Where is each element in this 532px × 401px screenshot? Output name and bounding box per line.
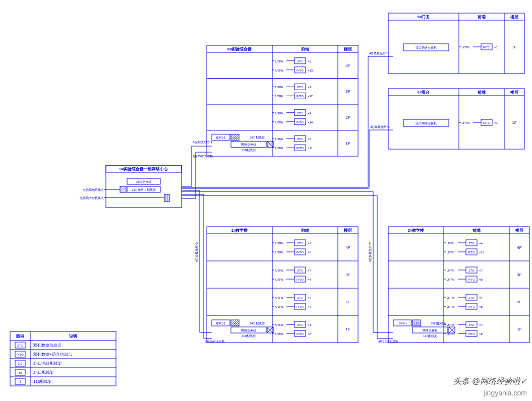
port-qty: ×8 <box>308 138 312 141</box>
cable-type: UTP6 <box>447 269 455 272</box>
port-symbol: P/TO <box>468 332 475 336</box>
sub-110: 110配线架 <box>242 335 256 338</box>
col-front: 前端 <box>301 228 309 233</box>
building-panel-b4-stage: 4#看台前端楼层1FUTP6P/TO×1汉口网络交换机 <box>388 89 524 149</box>
col-floor: 楼层 <box>515 228 523 233</box>
idf-block: IDF1-1LIU24口配线架网络交换机110配线架 <box>212 320 273 338</box>
switch-label: 网络交换机 <box>241 143 256 146</box>
idf-block: IDF2-1LIU24口配线架网络交换机110配线架 <box>393 320 455 338</box>
floor-label: 1F <box>517 327 521 331</box>
cable-type: UTP6 <box>275 69 283 72</box>
legend-desc: 24口光纤配线架 <box>33 361 62 366</box>
port-qty: ×10 <box>479 251 485 254</box>
sub-110: 110配线架 <box>423 335 437 338</box>
port-symbol: 2TO <box>297 296 303 299</box>
floor-label: 3F <box>345 273 350 277</box>
floor-label: 1F <box>345 141 350 146</box>
network-diagram: 3#实验综合楼一层网络中心 核心交换机 24口光纤主配线架 电信局光纤接入 电信… <box>0 0 532 401</box>
port-symbol: 2TO <box>468 242 475 245</box>
cable-type: UTP6 <box>462 121 470 124</box>
col-floor: 楼层 <box>343 47 352 51</box>
cable-label: 3类25对大对数 <box>205 340 225 343</box>
port-qty: ×1 <box>494 46 498 49</box>
legend-header-symbol: 图例 <box>16 334 24 339</box>
port-symbol: 2TO <box>468 269 475 272</box>
watermark-top: 头条 @网络经验啦✓ <box>453 376 527 387</box>
panel-24: 24口配线架 <box>250 322 265 325</box>
legend-symbol: 2TO <box>17 344 23 347</box>
cable-type: UTP6 <box>275 296 283 299</box>
port-qty: ×1 <box>308 323 312 326</box>
port-symbol: 2TO <box>297 242 303 245</box>
cable-label: 6芯多模光纤*2 <box>195 242 198 262</box>
cable-type: UTP6 <box>275 112 283 115</box>
port-symbol: P/TO <box>297 69 304 72</box>
floor-label: 1F <box>512 45 516 49</box>
panel-title: 2#教学楼 <box>408 228 425 233</box>
cable-label: 6芯多模光纤*1 <box>193 141 213 144</box>
panel-title: 3#实验综合楼 <box>227 46 253 51</box>
port-symbol: P/TO <box>297 95 304 98</box>
legend-desc: 110配线架 <box>33 379 52 384</box>
svg-rect-4 <box>164 194 169 202</box>
port-qty: ×7 <box>308 269 312 272</box>
svg-text:LIU: LIU <box>232 322 237 325</box>
port-qty: ×6 <box>308 60 312 63</box>
port-qty: ×7 <box>479 323 483 326</box>
floor-label: 3F <box>517 273 521 277</box>
switch-label: 汉口网络交换机 <box>416 46 437 49</box>
floor-label: 2F <box>345 115 350 120</box>
port-qty: ×4 <box>308 278 312 281</box>
cable-type: UTP6 <box>275 332 283 336</box>
switch-label: 网络交换机 <box>241 328 256 332</box>
port-qty: ×1 <box>494 121 498 124</box>
port-qty: ×3 <box>308 112 312 115</box>
port-symbol: P/TO <box>483 121 490 124</box>
port-qty: ×8 <box>479 305 483 308</box>
legend-table: 图例 说明 2TO双孔数据信息点P/TO双孔数据+语音信息点LIU24口光纤配线… <box>10 331 116 386</box>
legend-header-desc: 说明 <box>69 334 77 339</box>
svg-text:LIU: LIU <box>232 136 237 139</box>
legend-symbol: P/TO <box>17 353 24 356</box>
port-qty: ×4 <box>479 296 483 299</box>
svg-text:LIU: LIU <box>414 322 419 325</box>
floor-label: 4F <box>345 245 350 250</box>
cable-type: UTP6 <box>447 296 455 299</box>
svg-rect-111 <box>388 227 529 343</box>
port-qty: ×7 <box>308 296 312 299</box>
building-panel-b3-lab: 3#实验综合楼前端楼层4FUTP62TO×6UTP6P/TO×133FUTP62… <box>207 45 358 156</box>
col-front: 前端 <box>477 15 486 19</box>
fiber-in-label: 电信局光纤接入 <box>83 188 104 191</box>
cable-type: UTP6 <box>275 147 283 150</box>
cable-type: UTP6 <box>275 138 283 141</box>
building-panel-b5-gate: 5#门卫前端楼层1FUTP6P/TO×1汉口网络交换机 <box>388 13 524 74</box>
building-panel-b1-teach: 1#教学楼前端楼层4FUTP62TO×7UTP6P/TO×63FUTP62TO×… <box>207 227 358 343</box>
cable-type: UTP6 <box>275 269 283 272</box>
legend-symbol: LIU <box>18 362 22 365</box>
floor-label: 2F <box>517 300 521 304</box>
idf-name: IDF3-1 <box>216 136 226 139</box>
port-symbol: P/TO <box>468 251 475 254</box>
port-symbol: 2TO <box>468 296 475 299</box>
port-symbol: 2TO <box>297 323 303 326</box>
cable-type: UTP6 <box>447 278 455 281</box>
col-front: 前端 <box>477 90 486 95</box>
cable-label: 3类25对大对数 <box>193 155 213 158</box>
port-symbol: P/TO <box>297 332 304 336</box>
port-symbol: P/TO <box>297 251 304 254</box>
port-symbol: P/TO <box>483 46 490 49</box>
col-front: 前端 <box>301 47 309 51</box>
cable-type: UTP6 <box>447 242 455 245</box>
idf-block: IDF3-1LIU24口配线架网络交换机110配线架 <box>212 134 273 152</box>
port-qty: ×8 <box>308 332 312 336</box>
col-floor: 楼层 <box>510 90 518 95</box>
sub-110: 110配线架 <box>242 149 256 152</box>
cable-type: UTP6 <box>275 305 283 308</box>
cable-type: UTP6 <box>275 278 283 281</box>
floor-label: 4F <box>345 63 350 68</box>
cable-type: UTP6 <box>275 60 283 63</box>
cable-type: UTP6 <box>462 46 470 49</box>
port-qty: ×4 <box>308 305 312 308</box>
port-symbol: P/TO <box>297 278 304 281</box>
panel-title: 1#教学楼 <box>231 228 249 233</box>
